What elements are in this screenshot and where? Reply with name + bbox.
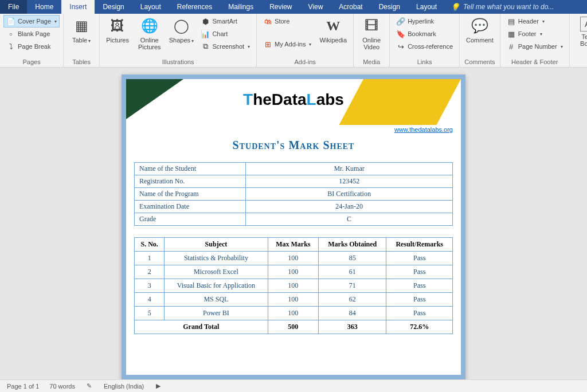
tab-tabletools-layout[interactable]: Layout <box>408 0 445 14</box>
cover-page-button[interactable]: 📄Cover Page▾ <box>3 15 60 28</box>
tab-tabletools-design[interactable]: Design <box>371 0 408 14</box>
status-page[interactable]: Page 1 of 1 <box>7 383 39 390</box>
logo-t: T <box>243 91 253 108</box>
table-button[interactable]: ▦ Table▾ <box>67 15 96 46</box>
group-label-links: Links <box>393 57 456 67</box>
chevron-down-icon: ▾ <box>542 19 545 24</box>
bookmark-label: Bookmark <box>408 30 436 37</box>
marks-total-row[interactable]: Grand Total50036372.6% <box>135 320 453 334</box>
tab-home[interactable]: Home <box>27 0 61 14</box>
cell-subject: Microsoft Excel <box>165 265 268 279</box>
tab-mailings[interactable]: Mailings <box>220 0 261 14</box>
table-icon: ▦ <box>72 17 91 35</box>
cell-sno: 5 <box>135 307 165 320</box>
hyperlink-icon: 🔗 <box>396 17 405 26</box>
cell-max: 100 <box>268 252 319 265</box>
page-break-icon: ⤵ <box>6 42 15 51</box>
header-button[interactable]: ▤Header▾ <box>504 15 566 28</box>
marks-table[interactable]: S. No.SubjectMax MarksMarks ObtainedResu… <box>134 237 453 334</box>
info-row[interactable]: GradeC <box>135 213 453 226</box>
chevron-down-icon: ▾ <box>561 44 563 49</box>
info-key: Name of the Program <box>135 188 246 201</box>
marks-header: Max Marks <box>268 238 319 252</box>
group-addins: 🛍Store ⊞My Add-ins▾ WWikipedia Add-ins <box>257 14 354 67</box>
page-number-label: Page Number <box>518 43 557 50</box>
comment-button[interactable]: 💬Comment <box>463 15 496 45</box>
info-row[interactable]: Examination Date24-Jan-20 <box>135 201 453 213</box>
blank-page-button[interactable]: ▫Blank Page <box>3 28 60 40</box>
site-link[interactable]: www.thedatalabs.org <box>394 126 453 133</box>
page-break-button[interactable]: ⤵Page Break <box>3 40 60 53</box>
tab-acrobat[interactable]: Acrobat <box>331 0 370 14</box>
marks-row[interactable]: 1Statistics & Probability10085Pass <box>135 252 453 265</box>
blank-page-label: Blank Page <box>18 30 50 37</box>
pictures-button[interactable]: 🖼Pictures <box>103 15 132 45</box>
info-row[interactable]: Registration No.123452 <box>135 175 453 188</box>
pictures-icon: 🖼 <box>108 17 127 35</box>
page-break-label: Page Break <box>18 43 50 50</box>
comment-label: Comment <box>466 37 494 44</box>
smartart-label: SmartArt <box>212 18 237 25</box>
smartart-button[interactable]: ⬢SmartArt <box>198 15 253 28</box>
table-label: Table <box>72 37 87 44</box>
total-label: Grand Total <box>135 320 268 334</box>
macro-icon[interactable]: ▶ <box>154 382 162 390</box>
spellcheck-icon[interactable]: ✎ <box>85 382 93 390</box>
cross-reference-button[interactable]: ↪Cross-reference <box>393 40 456 53</box>
info-key: Registration No. <box>135 175 246 188</box>
tab-insert[interactable]: Insert <box>61 0 95 14</box>
cell-result: Pass <box>386 279 453 293</box>
online-pictures-button[interactable]: 🌐Online Pictures <box>134 15 165 52</box>
text-box-button[interactable]: AText Box▾ <box>573 15 587 50</box>
comment-icon: 💬 <box>471 17 489 35</box>
tab-references[interactable]: References <box>169 0 220 14</box>
cell-result: Pass <box>386 252 453 265</box>
hyperlink-button[interactable]: 🔗Hyperlink <box>393 15 456 28</box>
info-row[interactable]: Name of the ProgramBI Certification <box>135 188 453 201</box>
status-language[interactable]: English (India) <box>104 383 144 390</box>
info-row[interactable]: Name of the StudentMr. Kumar <box>135 163 453 175</box>
chevron-down-icon: ▾ <box>540 32 542 37</box>
online-video-button[interactable]: 🎞Online Video <box>357 15 386 52</box>
group-label-text: Text <box>573 57 587 67</box>
cell-obtained: 71 <box>319 279 386 293</box>
marks-row[interactable]: 2Microsoft Excel10061Pass <box>135 265 453 279</box>
status-words[interactable]: 70 words <box>49 383 75 390</box>
document-workspace[interactable]: TheDataLabs www.thedatalabs.org Student'… <box>0 68 587 379</box>
info-table[interactable]: Name of the StudentMr. KumarRegistration… <box>134 162 453 226</box>
wikipedia-icon: W <box>324 17 342 35</box>
tab-file[interactable]: File <box>0 0 27 14</box>
tab-design[interactable]: Design <box>95 0 132 14</box>
cell-subject: Visual Basic for Application <box>165 279 268 293</box>
screenshot-button[interactable]: ⧉Screenshot▾ <box>198 40 253 53</box>
chart-button[interactable]: 📊Chart <box>198 28 253 40</box>
my-addins-button[interactable]: ⊞My Add-ins▾ <box>260 38 314 50</box>
tab-review[interactable]: Review <box>261 0 300 14</box>
store-button[interactable]: 🛍Store <box>260 15 314 28</box>
marks-row[interactable]: 4MS SQL10062Pass <box>135 293 453 307</box>
page-number-button[interactable]: #Page Number▾ <box>504 40 566 53</box>
cell-sno: 1 <box>135 252 165 265</box>
shapes-label: Shapes <box>169 37 190 44</box>
info-value: BI Certification <box>246 188 453 201</box>
cover-page-icon: 📄 <box>6 17 15 26</box>
marks-header: S. No. <box>135 238 165 252</box>
textbox-icon: A <box>580 17 587 32</box>
document-page[interactable]: TheDataLabs www.thedatalabs.org Student'… <box>122 75 465 379</box>
tab-layout[interactable]: Layout <box>132 0 169 14</box>
tell-me-search[interactable]: 💡 Tell me what you want to do... <box>445 0 587 14</box>
status-bar: Page 1 of 1 70 words ✎ English (India) ▶ <box>0 379 587 392</box>
marks-row[interactable]: 5Power BI10084Pass <box>135 307 453 320</box>
menu-bar: File Home Insert Design Layout Reference… <box>0 0 587 14</box>
site-url: www.thedatalabs.org <box>126 125 461 134</box>
shapes-button[interactable]: ◯Shapes▾ <box>167 15 195 46</box>
footer-button[interactable]: ▦Footer▾ <box>504 28 566 40</box>
store-icon: 🛍 <box>263 17 272 26</box>
header-label: Header <box>518 18 539 25</box>
tab-view[interactable]: View <box>300 0 331 14</box>
logo-l: L <box>307 91 316 108</box>
marks-row[interactable]: 3Visual Basic for Application10071Pass <box>135 279 453 293</box>
bookmark-button[interactable]: 🔖Bookmark <box>393 28 456 40</box>
info-key: Grade <box>135 213 246 226</box>
wikipedia-button[interactable]: WWikipedia <box>316 15 350 45</box>
